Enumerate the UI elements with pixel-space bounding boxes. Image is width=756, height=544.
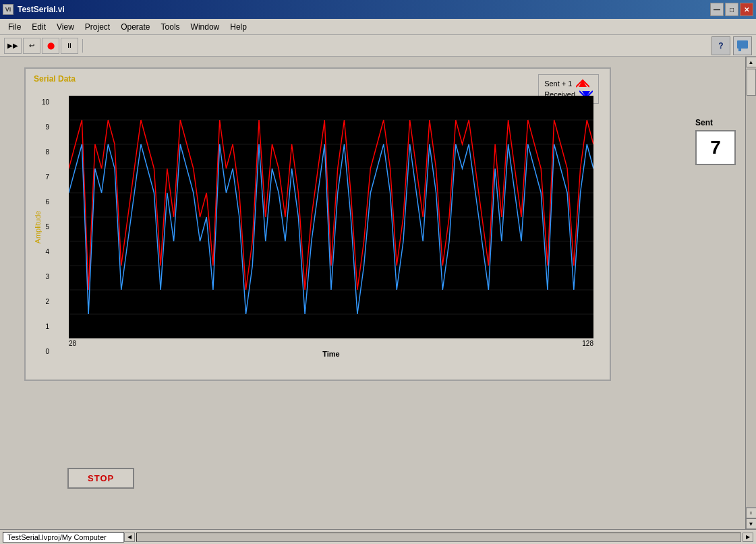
menu-project[interactable]: Project (80, 21, 115, 33)
svg-rect-1 (738, 49, 741, 51)
y-tick-3: 3 (46, 273, 50, 280)
chart-panel: Serial Data Sent + 1 Received (24, 67, 611, 381)
minimize-button[interactable]: — (710, 3, 724, 16)
title-bar-controls[interactable]: — □ ✕ (710, 3, 753, 16)
close-button[interactable]: ✕ (740, 3, 753, 16)
sent-label: Sent (695, 118, 736, 127)
status-bar: TestSerial.lvproj/My Computer ◀ ▶ (0, 529, 756, 544)
y-tick-6: 6 (46, 198, 50, 206)
menu-file[interactable]: File (3, 21, 26, 33)
abort-button[interactable]: ⬤ (42, 38, 59, 54)
y-tick-4: 4 (46, 248, 50, 255)
reset-button[interactable]: ↩ (23, 38, 40, 54)
status-scrollbar[interactable] (136, 533, 741, 542)
y-axis-label: Amplitude (34, 210, 42, 243)
y-tick-0: 0 (46, 348, 50, 355)
right-scrollbar[interactable]: ▲ ≡ ▼ (745, 57, 756, 529)
y-tick-7: 7 (46, 173, 50, 181)
y-axis-ticks: 10 9 8 7 6 5 4 3 2 1 0 (42, 96, 52, 358)
maximize-button[interactable]: □ (725, 3, 738, 16)
scrollbar-middle-button[interactable]: ≡ (746, 508, 757, 518)
status-scroll-left[interactable]: ◀ (124, 533, 135, 542)
chart-area[interactable] (69, 96, 593, 338)
x-axis-labels: 28 128 (69, 340, 593, 347)
help-button[interactable]: ? (711, 36, 730, 55)
chart-title: Serial Data (34, 74, 76, 84)
x-axis-label: Time (69, 350, 593, 358)
legend-sent-icon (576, 79, 589, 88)
status-text: TestSerial.lvproj/My Computer (3, 532, 124, 543)
legend-sent-label: Sent + 1 (544, 80, 572, 88)
menu-edit[interactable]: Edit (26, 21, 51, 33)
menu-operate[interactable]: Operate (115, 21, 155, 33)
y-tick-1: 1 (46, 323, 50, 330)
sent-panel: Sent 7 (695, 118, 736, 165)
svg-rect-0 (737, 40, 748, 49)
scrollbar-thumb[interactable] (747, 69, 756, 96)
y-tick-9: 9 (46, 123, 50, 131)
app-icon: VI (3, 4, 13, 15)
legend-sent: Sent + 1 (544, 79, 593, 88)
title-bar: VI TestSerial.vi — □ ✕ (0, 0, 756, 19)
run-button[interactable]: ▶▶ (4, 38, 22, 54)
toolbar-separator (82, 39, 83, 53)
menu-view[interactable]: View (51, 21, 80, 33)
y-tick-2: 2 (46, 298, 50, 305)
menu-window[interactable]: Window (185, 21, 225, 33)
main-content: Serial Data Sent + 1 Received (0, 57, 756, 529)
status-scroll-right[interactable]: ▶ (743, 533, 753, 542)
scrollbar-up-button[interactable]: ▲ (746, 57, 757, 67)
toolbar: ▶▶ ↩ ⬤ ⏸ ? (0, 35, 756, 57)
chart-wrapper: Amplitude 10 9 8 7 6 5 4 3 2 1 0 (69, 96, 593, 358)
y-tick-10: 10 (42, 98, 49, 106)
sent-value: 7 (695, 130, 736, 165)
context-help-icon[interactable] (733, 36, 752, 55)
menu-bar: File Edit View Project Operate Tools Win… (0, 19, 756, 35)
scrollbar-down-button[interactable]: ▼ (746, 518, 757, 529)
stop-button[interactable]: STOP (67, 468, 134, 489)
menu-help[interactable]: Help (225, 21, 252, 33)
chart-svg (69, 96, 593, 338)
y-tick-5: 5 (46, 223, 50, 231)
pause-button[interactable]: ⏸ (61, 38, 78, 54)
menu-tools[interactable]: Tools (156, 21, 185, 33)
title-bar-left: VI TestSerial.vi (3, 4, 65, 15)
y-tick-8: 8 (46, 148, 50, 156)
scrollbar-track[interactable] (746, 67, 757, 507)
x-min-label: 28 (69, 340, 76, 347)
workspace: Serial Data Sent + 1 Received (0, 57, 745, 529)
x-max-label: 128 (582, 340, 593, 347)
window-title: TestSerial.vi (18, 5, 65, 14)
